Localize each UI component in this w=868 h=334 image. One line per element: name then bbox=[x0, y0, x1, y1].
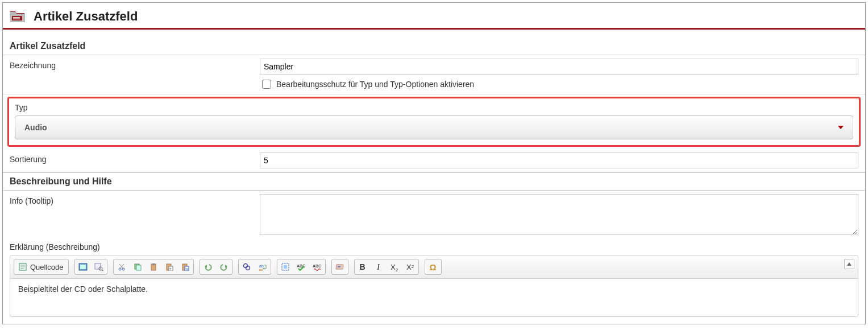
svg-text:ABC: ABC bbox=[297, 264, 305, 268]
preview-button[interactable] bbox=[75, 259, 91, 274]
find-button[interactable] bbox=[239, 259, 255, 274]
svg-rect-0 bbox=[12, 16, 22, 20]
editor-content[interactable]: Beispieltitel der CD oder Schalplatte. bbox=[10, 279, 858, 316]
lock-checkbox[interactable] bbox=[262, 80, 271, 89]
label-bezeichnung: Bezeichnung bbox=[10, 59, 260, 70]
redo-button[interactable] bbox=[216, 259, 232, 274]
paste-word-button[interactable]: W bbox=[177, 259, 193, 274]
info-textarea[interactable] bbox=[260, 194, 858, 235]
header-divider bbox=[3, 28, 865, 30]
svg-rect-1 bbox=[13, 17, 20, 18]
page-panel: Artikel Zusatzfeld Artikel Zusatzfeld Be… bbox=[2, 2, 866, 324]
folder-icon bbox=[10, 9, 26, 24]
bold-button[interactable]: B bbox=[355, 259, 371, 274]
undo-button[interactable] bbox=[200, 259, 216, 274]
label-typ: Typ bbox=[15, 103, 853, 112]
chevron-down-icon bbox=[838, 126, 844, 129]
italic-button[interactable]: I bbox=[371, 259, 387, 274]
row-info: Info (Tooltip) bbox=[3, 191, 865, 240]
triangle-up-icon bbox=[847, 262, 852, 266]
label-erklaerung: Erklärung (Beschreibung) bbox=[3, 240, 865, 253]
copy-button[interactable] bbox=[130, 259, 146, 274]
section-title-2: Beschreibung und Hilfe bbox=[3, 172, 865, 191]
spellcheck-button[interactable]: ABC bbox=[293, 259, 309, 274]
bezeichnung-input[interactable] bbox=[260, 59, 858, 75]
collapse-toolbar-button[interactable] bbox=[844, 259, 854, 269]
selectall-button[interactable] bbox=[277, 259, 293, 274]
page-title: Artikel Zusatzfeld bbox=[34, 9, 138, 24]
richtext-editor: Quellcode T W abac bbox=[10, 255, 858, 317]
svg-rect-9 bbox=[95, 263, 101, 269]
specialchar-button[interactable]: Ω bbox=[425, 259, 441, 274]
row-bezeichnung: Bezeichnung Bearbeitungsschutz für Typ u… bbox=[3, 55, 865, 94]
sortierung-input[interactable] bbox=[260, 152, 858, 168]
svg-line-11 bbox=[102, 270, 103, 271]
superscript-button[interactable]: X2 bbox=[402, 259, 418, 274]
replace-button[interactable]: abac bbox=[255, 259, 271, 274]
source-label: Quellcode bbox=[30, 263, 64, 271]
typ-value: Audio bbox=[24, 123, 47, 132]
page-header: Artikel Zusatzfeld bbox=[3, 3, 865, 28]
source-button[interactable]: Quellcode bbox=[14, 259, 68, 274]
svg-rect-19 bbox=[152, 263, 155, 265]
label-sortierung: Sortierung bbox=[10, 152, 260, 164]
svg-rect-37 bbox=[338, 266, 340, 267]
svg-rect-34 bbox=[284, 265, 287, 269]
svg-text:ab: ab bbox=[259, 264, 264, 268]
editor-text: Beispieltitel der CD oder Schalplatte. bbox=[18, 284, 148, 294]
lock-checkbox-label: Bearbeitungsschutz für Typ und Typ-Optio… bbox=[276, 80, 474, 89]
typ-highlight: Typ Audio bbox=[7, 97, 861, 147]
paste-button[interactable] bbox=[146, 259, 161, 274]
paste-text-button[interactable]: T bbox=[161, 259, 177, 274]
section-title-1: Artikel Zusatzfeld bbox=[3, 38, 865, 55]
svg-text:W: W bbox=[185, 267, 189, 271]
removeformat-button[interactable] bbox=[332, 259, 348, 274]
svg-point-29 bbox=[246, 266, 250, 270]
svg-rect-8 bbox=[80, 265, 86, 269]
svg-text:ac: ac bbox=[259, 268, 263, 271]
svg-text:T: T bbox=[169, 267, 172, 271]
typ-dropdown[interactable]: Audio bbox=[15, 116, 853, 139]
svg-point-28 bbox=[243, 264, 247, 268]
spellcheck-toggle-button[interactable]: ABC bbox=[309, 259, 325, 274]
label-info: Info (Tooltip) bbox=[10, 194, 260, 205]
svg-rect-2 bbox=[13, 19, 20, 19]
svg-text:ABC: ABC bbox=[313, 264, 321, 268]
row-sortierung: Sortierung bbox=[3, 149, 865, 172]
search-template-button[interactable] bbox=[91, 259, 107, 274]
cut-button[interactable] bbox=[114, 259, 130, 274]
editor-toolbar: Quellcode T W abac bbox=[10, 255, 858, 279]
subscript-button[interactable]: X2 bbox=[387, 259, 402, 274]
svg-rect-17 bbox=[136, 265, 141, 270]
